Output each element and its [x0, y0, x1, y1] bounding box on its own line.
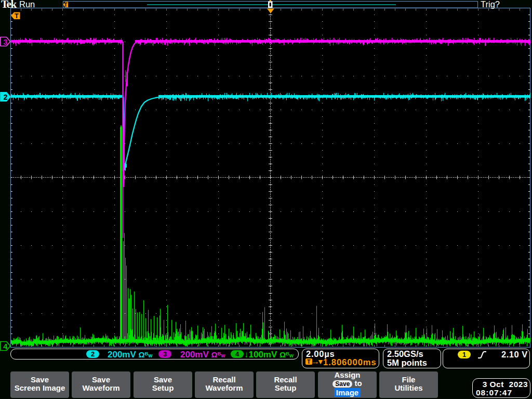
svg-text:4: 4	[3, 342, 7, 351]
svg-text:2: 2	[4, 93, 8, 101]
svg-text:T: T	[15, 12, 19, 20]
svg-text:3: 3	[4, 38, 8, 46]
svg-text:T: T	[64, 2, 68, 8]
